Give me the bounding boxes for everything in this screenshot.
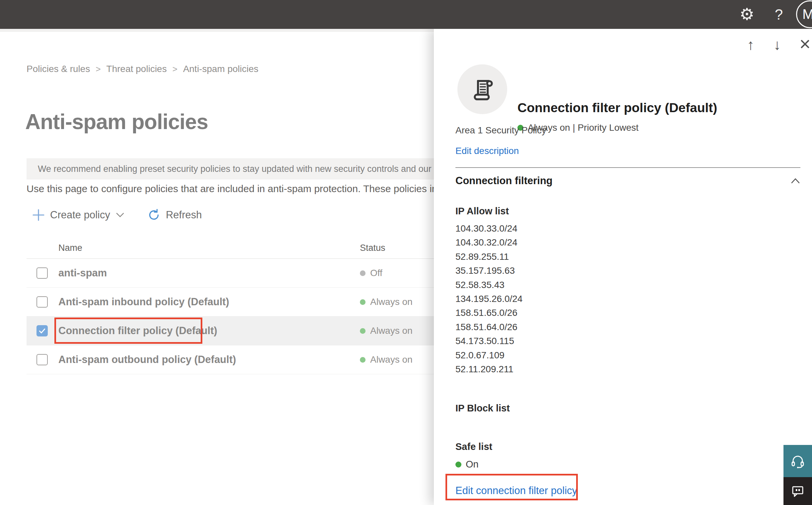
column-header-status[interactable]: Status	[360, 243, 385, 253]
policy-name: Anti-spam inbound policy (Default)	[58, 296, 229, 308]
row-checkbox[interactable]	[36, 354, 48, 365]
scroll-policy-icon	[469, 76, 495, 102]
breadcrumb-separator-icon: >	[173, 64, 178, 74]
chat-bubble-icon	[791, 484, 805, 498]
settings-gear-icon[interactable]: ⚙	[738, 4, 756, 25]
safe-list-heading: Safe list	[455, 441, 492, 452]
breadcrumb-policies-rules[interactable]: Policies & rules	[26, 64, 90, 74]
row-checkbox-checked[interactable]	[36, 325, 48, 336]
section-title: Connection filtering	[455, 175, 553, 187]
policy-icon-circle	[457, 64, 507, 114]
column-header-name[interactable]: Name	[58, 243, 82, 253]
status-label: Always on	[370, 354, 413, 365]
status-cell: Always on	[360, 326, 413, 336]
breadcrumb: Policies & rules > Threat policies > Ant…	[26, 64, 258, 74]
refresh-icon	[147, 208, 161, 222]
banner-text: We recommend enabling preset security po…	[38, 164, 468, 174]
details-flyout-panel: ↑ ↓ × Connection filter policy (Default)…	[434, 29, 812, 505]
status-cell: Off	[360, 268, 382, 278]
status-dot-icon	[360, 299, 366, 305]
status-label: Always on	[370, 297, 413, 307]
table-row-anti-spam[interactable]: anti-spam Off	[26, 259, 435, 288]
policy-name: Anti-spam outbound policy (Default)	[58, 354, 236, 366]
status-dot-icon	[360, 328, 366, 334]
ip-address: 52.89.255.11	[455, 250, 523, 264]
top-app-bar: ⚙ ? M	[0, 0, 812, 29]
status-cell: Always on	[360, 354, 413, 365]
ip-address: 52.0.67.109	[455, 348, 523, 362]
edit-description-link[interactable]: Edit description	[455, 146, 519, 156]
headset-icon	[790, 454, 805, 469]
ip-address: 52.11.209.211	[455, 362, 523, 376]
create-policy-label: Create policy	[50, 209, 110, 221]
status-label: Always on	[370, 326, 413, 336]
ip-address: 158.51.65.0/26	[455, 306, 523, 320]
command-bar: Create policy Refresh	[32, 206, 202, 224]
help-icon[interactable]: ?	[773, 6, 785, 23]
table-row-outbound-policy[interactable]: Anti-spam outbound policy (Default) Alwa…	[26, 345, 435, 374]
chevron-up-icon[interactable]	[790, 177, 800, 184]
previous-item-arrow-icon[interactable]: ↑	[747, 37, 754, 52]
table-header: Name Status	[26, 234, 435, 259]
policies-table: Name Status anti-spam Off Anti-spam inbo…	[26, 234, 435, 374]
divider	[455, 167, 800, 168]
section-connection-filtering[interactable]: Connection filtering	[455, 175, 800, 187]
support-button[interactable]	[784, 445, 812, 477]
safe-list-status-label: On	[466, 459, 479, 470]
safe-list-status: On	[455, 459, 479, 470]
ip-address: 134.195.26.0/24	[455, 292, 523, 306]
close-icon[interactable]: ×	[799, 34, 811, 53]
row-checkbox[interactable]	[36, 296, 48, 308]
ip-address: 158.51.64.0/26	[455, 320, 523, 334]
panel-title: Connection filter policy (Default)	[518, 101, 717, 115]
refresh-label: Refresh	[166, 209, 202, 221]
next-item-arrow-icon[interactable]: ↓	[774, 37, 781, 52]
ip-address: 104.30.33.0/24	[455, 222, 523, 235]
refresh-button[interactable]: Refresh	[147, 208, 202, 222]
page-title: Anti-spam policies	[25, 110, 208, 134]
status-dot-icon	[360, 357, 366, 363]
breadcrumb-threat-policies[interactable]: Threat policies	[107, 64, 167, 74]
ip-address: 52.58.35.43	[455, 278, 523, 292]
page-description: Use this page to configure policies that…	[26, 183, 491, 194]
ip-allow-list-heading: IP Allow list	[455, 206, 509, 217]
account-avatar[interactable]: M	[796, 0, 812, 28]
breadcrumb-current-page: Anti-spam policies	[183, 64, 258, 74]
feedback-button[interactable]	[784, 477, 812, 505]
status-dot-icon	[360, 271, 366, 276]
status-label: Off	[370, 268, 382, 278]
breadcrumb-separator-icon: >	[95, 64, 100, 74]
row-checkbox[interactable]	[36, 268, 48, 279]
ip-address: 54.173.50.115	[455, 334, 523, 348]
table-row-connection-filter-policy[interactable]: Connection filter policy (Default) Alway…	[26, 317, 435, 345]
checkmark-icon	[38, 327, 46, 335]
chevron-down-icon	[115, 211, 125, 219]
ip-block-list-heading: IP Block list	[455, 403, 510, 414]
recommendation-banner: We recommend enabling preset security po…	[26, 158, 468, 179]
ip-address: 35.157.195.63	[455, 264, 523, 278]
policy-name: anti-spam	[58, 267, 107, 279]
edit-connection-filter-policy-link[interactable]: Edit connection filter policy	[455, 485, 577, 497]
create-policy-button[interactable]: Create policy	[32, 208, 125, 222]
ip-allow-list: 104.30.33.0/24 104.30.32.0/24 52.89.255.…	[455, 222, 523, 376]
status-dot-icon	[455, 462, 461, 468]
plus-icon	[32, 208, 45, 222]
policy-description: Area 1 Security Policy	[455, 125, 546, 136]
ip-address: 104.30.32.0/24	[455, 235, 523, 249]
table-row-inbound-policy[interactable]: Anti-spam inbound policy (Default) Alway…	[26, 288, 435, 317]
status-cell: Always on	[360, 297, 413, 307]
policy-name: Connection filter policy (Default)	[58, 325, 217, 337]
